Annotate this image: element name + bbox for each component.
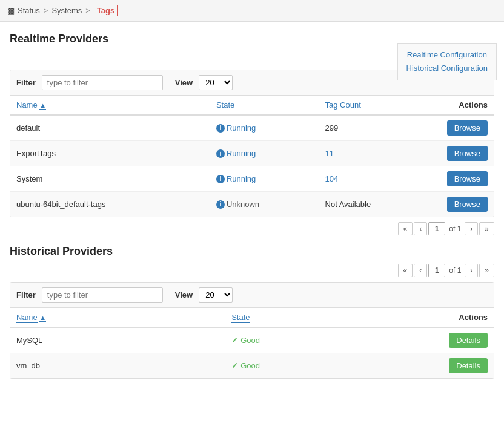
table-row: MySQL✓GoodDetails: [10, 327, 494, 353]
table-row: ExportTagsiRunning11Browse: [10, 141, 494, 166]
breadcrumb-tags: Tags: [94, 5, 118, 16]
cell-name-rt-3: ubuntu-64bit_default-tags: [10, 192, 210, 217]
tag-count-link[interactable]: 11: [325, 149, 334, 158]
col-name-rt[interactable]: Name ▲: [10, 96, 210, 115]
cell-name-rt-0: default: [10, 115, 210, 141]
info-icon: i: [216, 200, 225, 209]
historical-filter-row: Filter View 20 50 100: [10, 283, 494, 308]
first-page-btn-hist-top[interactable]: «: [398, 264, 413, 277]
historical-filter-label: Filter: [16, 290, 36, 300]
current-page-hist-top[interactable]: 1: [428, 264, 445, 277]
state-label: Running: [227, 174, 256, 183]
cell-state-hist-0: ✓Good: [225, 327, 433, 353]
cell-action-rt-3: Browse: [433, 192, 494, 217]
state-label: Good: [240, 336, 260, 345]
tag-count-link[interactable]: 104: [325, 174, 339, 183]
page-of-text-rt-bot: of 1: [449, 224, 461, 233]
chart-icon: ▩: [7, 6, 15, 15]
next-page-btn-rt-bot[interactable]: ›: [465, 222, 478, 235]
state-label: Unknown: [227, 200, 259, 209]
historical-view-select[interactable]: 20 50 100: [199, 287, 233, 303]
realtime-filter-input[interactable]: [42, 75, 163, 90]
cell-state-rt-1: iRunning: [210, 141, 319, 166]
cell-name-hist-1: vm_db: [10, 353, 225, 379]
breadcrumb-status[interactable]: Status: [18, 6, 40, 15]
table-row: ubuntu-64bit_default-tagsiUnknownNot Ava…: [10, 192, 494, 217]
page-of-text-hist-top: of 1: [449, 266, 461, 275]
current-page-rt-bot[interactable]: 1: [428, 222, 445, 235]
table-row: defaultiRunning299Browse: [10, 115, 494, 141]
first-page-btn-rt-bot[interactable]: «: [398, 222, 413, 235]
last-page-btn-rt-bot[interactable]: »: [479, 222, 494, 235]
sort-arrow-name-hist: ▲: [39, 314, 46, 322]
breadcrumb-sep-1: >: [44, 6, 48, 15]
col-actions-rt: Actions: [433, 96, 494, 115]
browse-button-rt-3[interactable]: Browse: [447, 197, 488, 212]
realtime-view-select[interactable]: 20 50 100: [199, 75, 233, 90]
sort-arrow-name-rt: ▲: [39, 102, 46, 110]
details-button-hist-1[interactable]: Details: [449, 358, 488, 373]
browse-button-rt-1[interactable]: Browse: [447, 146, 488, 161]
historical-filter-input[interactable]: [42, 287, 163, 303]
cell-action-hist-1: Details: [433, 353, 494, 379]
browse-button-rt-2[interactable]: Browse: [447, 171, 488, 186]
breadcrumb: ▩ Status > Systems > Tags: [0, 0, 504, 22]
col-name-hist[interactable]: Name ▲: [10, 308, 225, 327]
historical-table: Name ▲ State Actions MySQL✓GoodDetailsvm…: [10, 308, 494, 378]
realtime-pagination-bottom: « ‹ 1 of 1 › »: [10, 222, 494, 235]
check-icon: ✓: [231, 336, 238, 345]
breadcrumb-systems[interactable]: Systems: [51, 6, 82, 15]
cell-state-hist-1: ✓Good: [225, 353, 433, 379]
state-label: Running: [227, 123, 256, 133]
last-page-btn-hist-top[interactable]: »: [479, 264, 494, 277]
historical-section: Historical Providers « ‹ 1 of 1 › » Filt…: [10, 245, 494, 379]
cell-action-hist-0: Details: [433, 327, 494, 353]
info-icon: i: [216, 149, 225, 158]
realtime-filter-label: Filter: [16, 78, 36, 87]
cell-name-rt-1: ExportTags: [10, 141, 210, 166]
col-state-rt[interactable]: State: [210, 96, 319, 115]
cell-tagcount-rt-1[interactable]: 11: [319, 141, 433, 166]
info-icon: i: [216, 124, 225, 133]
browse-button-rt-0[interactable]: Browse: [447, 120, 488, 136]
col-actions-hist: Actions: [433, 308, 494, 327]
main-content: Realtime Configuration Historical Config…: [0, 22, 504, 390]
col-tagcount-rt[interactable]: Tag Count: [319, 96, 433, 115]
cell-name-rt-2: System: [10, 166, 210, 192]
cell-action-rt-1: Browse: [433, 141, 494, 166]
historical-config-link[interactable]: Historical Configuration: [406, 62, 488, 75]
state-label: Good: [240, 361, 260, 370]
cell-tagcount-rt-0: 299: [319, 115, 433, 141]
cell-name-hist-0: MySQL: [10, 327, 225, 353]
next-page-btn-hist-top[interactable]: ›: [465, 264, 478, 277]
realtime-view-label: View: [175, 78, 193, 87]
prev-page-btn-rt-bot[interactable]: ‹: [414, 222, 427, 235]
table-row: vm_db✓GoodDetails: [10, 353, 494, 379]
col-state-hist[interactable]: State: [225, 308, 433, 327]
historical-pagination-top: « ‹ 1 of 1 › »: [10, 264, 494, 277]
realtime-table: Name ▲ State Tag Count Actions defaultiR…: [10, 96, 494, 217]
table-row: SystemiRunning104Browse: [10, 166, 494, 192]
cell-action-rt-0: Browse: [433, 115, 494, 141]
realtime-config-link[interactable]: Realtime Configuration: [406, 48, 488, 62]
cell-state-rt-3: iUnknown: [210, 192, 319, 217]
cell-state-rt-0: iRunning: [210, 115, 319, 141]
cell-action-rt-2: Browse: [433, 166, 494, 192]
prev-page-btn-hist-top[interactable]: ‹: [414, 264, 427, 277]
historical-title: Historical Providers: [10, 245, 494, 258]
cell-tagcount-rt-3: Not Available: [319, 192, 433, 217]
cell-tagcount-rt-2[interactable]: 104: [319, 166, 433, 192]
details-button-hist-0[interactable]: Details: [449, 333, 488, 348]
state-label: Running: [227, 149, 256, 158]
cell-state-rt-2: iRunning: [210, 166, 319, 192]
info-icon: i: [216, 175, 225, 183]
realtime-table-container: Filter View 20 50 100 Name ▲: [10, 70, 494, 217]
historical-view-label: View: [175, 290, 193, 300]
config-links-panel: Realtime Configuration Historical Config…: [397, 43, 497, 80]
historical-table-container: Filter View 20 50 100 Name ▲: [10, 282, 494, 379]
check-icon: ✓: [231, 361, 238, 370]
breadcrumb-sep-2: >: [85, 6, 90, 15]
